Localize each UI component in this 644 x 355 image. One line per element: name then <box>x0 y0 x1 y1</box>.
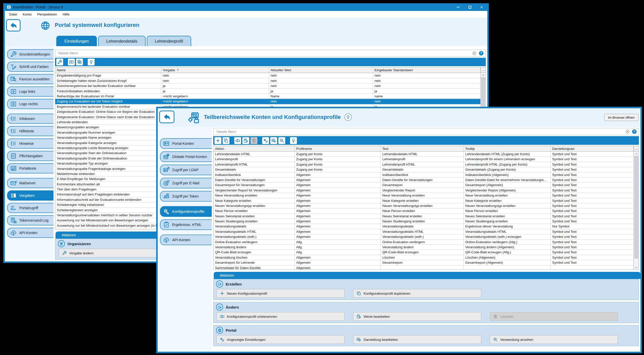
menu-item[interactable]: Konto <box>20 12 34 17</box>
edit-values-action-button[interactable]: Werte bearbeiten <box>353 312 481 321</box>
sidebar-item-portaltexte[interactable]: Portaltexte <box>7 163 53 173</box>
column-header[interactable]: Eingebauter Standardwert <box>373 67 480 73</box>
displayed-settings-button[interactable] <box>262 137 269 144</box>
table-row[interactable]: Neue Person erstellen Allgemein Neue Per… <box>213 208 634 214</box>
open-in-browser-button[interactable]: Im Browser öffnen <box>604 114 638 121</box>
sidebar-item-tokenversand-log[interactable]: Tokenversand-Log <box>7 215 53 225</box>
rename-configprofile-button[interactable]: Konfigurationsprofil umbenennen <box>217 312 345 321</box>
help-icon[interactable]: ? <box>479 51 484 56</box>
back-button[interactable] <box>6 19 21 31</box>
reset-values-button[interactable] <box>76 59 83 65</box>
column-header[interactable]: Aktueller Wert <box>269 67 373 73</box>
tab[interactable]: Einstellungen <box>56 36 97 46</box>
sidebar-item-vorgaben[interactable]: Vorgaben <box>7 190 53 201</box>
help-bulb-button[interactable] <box>88 59 95 65</box>
help-icon[interactable]: ? <box>632 129 637 134</box>
column-header[interactable]: Aktion <box>213 146 295 152</box>
tab[interactable]: Lehrendenprofil <box>147 36 191 46</box>
sidebar-item-api-konten[interactable]: API-Konten <box>160 235 212 245</box>
sidebar-item-logo-rechts[interactable]: Logo rechts <box>7 99 53 109</box>
column-header[interactable]: Tooltip <box>464 146 551 152</box>
vertical-scrollbar[interactable] <box>634 151 639 270</box>
displayed-settings-action-button[interactable]: Angezeigte Einstellungen <box>217 335 345 344</box>
help-bulb-icon[interactable] <box>344 113 352 121</box>
column-header[interactable]: Vorgabe <box>161 67 269 73</box>
actions-tab[interactable]: Aktionen <box>214 272 640 279</box>
table-row[interactable]: Online-Evaluation verlängern Allg. Onlin… <box>213 240 634 245</box>
close-button[interactable] <box>476 3 487 11</box>
sidebar-item-portal-konten[interactable]: Portal-Konten <box>160 138 212 149</box>
titlebar[interactable]: Koordination - Portal - Zensus 8 <box>5 3 487 11</box>
table-row[interactable]: Veranstaltung löschen Allgemein Löschen … <box>213 255 634 260</box>
table-row[interactable]: Neuen Studiengang erstellen Allgemein Ne… <box>213 219 634 224</box>
scroll-up-icon[interactable] <box>634 151 639 156</box>
sidebar-item-hinweise[interactable]: Hinweise <box>7 138 53 149</box>
menu-item[interactable]: Datei <box>6 12 20 17</box>
table-row[interactable]: Neues Sekretariat erstellen Allgemein Ne… <box>213 214 634 219</box>
column-options-button[interactable]: … <box>480 67 486 73</box>
table-row[interactable]: Veranstaltung ändern Allg. Veranstaltung… <box>213 245 634 250</box>
sidebar-item-zugriff-token[interactable]: Zugriff per Token <box>160 191 212 202</box>
sidebar-item-portalzugriff[interactable]: Portalzugriff <box>7 203 53 213</box>
sidebar-item-zugriff-email[interactable]: Zugriff per E-Mail <box>160 178 212 188</box>
column-header[interactable]: Profilname <box>295 146 381 152</box>
sidebar-item-pflichtangaben[interactable]: Pflichtangaben <box>7 151 53 161</box>
duplicate-configprofile-button[interactable]: Konfigurationsprofil duplizieren <box>353 289 481 298</box>
table-row[interactable]: Veranstaltungsdetails Allgemein Veransta… <box>213 224 634 229</box>
table-row[interactable]: Neue Veranstaltung erstellen Allgemein N… <box>213 193 634 198</box>
sidebar-item-api-konten[interactable]: API-Konten <box>7 228 53 238</box>
new-configprofile-button[interactable]: Neues Konfigurationsprofil <box>217 289 345 298</box>
table-row[interactable]: Fortschrittsbalken einblenden ja ja ja <box>55 89 480 94</box>
column-header[interactable]: Text <box>381 146 464 152</box>
table-row[interactable]: Veranstaltungsdetails (wdh.) Allgemein V… <box>213 234 634 239</box>
tab[interactable]: Lehrendendetails <box>98 36 146 46</box>
table-row[interactable]: Gesamtreport für Lehrende Allgemein Gesa… <box>213 260 634 265</box>
maximize-button[interactable] <box>464 3 476 11</box>
column-header[interactable]: Name <box>55 67 161 73</box>
sidebar-item-schrift-und-farben[interactable]: Schrift und Farben <box>7 62 53 72</box>
table-filter-input[interactable] <box>57 51 470 55</box>
sidebar-item-ergebnisse-html[interactable]: Ergebnisse, HTML <box>160 219 212 230</box>
edit-values-button[interactable] <box>242 137 249 144</box>
table-row[interactable]: Reihenfolge der Evaluationen im Portal <… <box>55 94 480 99</box>
sidebar-item-zugriff-ldap[interactable]: Zugriff per LDAP <box>160 165 212 175</box>
sidebar-item-globale-portal-konten[interactable]: Globale Portal-Konten <box>160 151 212 162</box>
table-row[interactable]: Zugang zur Evaluation nur mit Token mögl… <box>55 99 480 104</box>
table-row[interactable]: Gesamtreport für Veranstaltungen Allgeme… <box>213 183 634 188</box>
sidebar-item-favicon[interactable]: Favicon auswählen <box>7 74 53 84</box>
menu-item[interactable]: Hilfe <box>60 12 72 17</box>
table-filter-input[interactable] <box>216 130 623 134</box>
sidebar-item-grundeinstellungen[interactable]: Grundeinstellungen <box>7 49 53 59</box>
help-bulb-button[interactable] <box>290 137 297 144</box>
edit-presentation-action-button[interactable]: Darstellung bearbeiten <box>353 335 481 344</box>
menu-item[interactable]: Perspektiven <box>34 12 60 17</box>
table-row[interactable]: Veranstaltungsdetails HTML Allgemein Ver… <box>213 229 634 234</box>
table-row[interactable]: Zwischenergebnisse bei laufender Evaluat… <box>55 83 480 88</box>
table-row[interactable]: Vergleichender Report für Veranstaltunge… <box>213 188 634 193</box>
sidebar-item-infoboxen[interactable]: Infoboxen <box>7 114 53 124</box>
scrollbar-thumb[interactable] <box>634 156 638 258</box>
sidebar-item-mailserver[interactable]: Mailserver <box>7 178 53 188</box>
edit-presentation-button[interactable] <box>270 137 277 144</box>
view-usage-button[interactable] <box>278 137 285 144</box>
delete-action-button[interactable]: Löschen <box>490 312 618 321</box>
sidebar-item-konfigurationsprofile[interactable]: Konfigurationsprofile <box>160 206 212 217</box>
change-default-button[interactable] <box>56 59 63 65</box>
table-row[interactable]: Gesamtdetails Zugang per Konto Gesamtdet… <box>213 167 634 172</box>
sidebar-item-logo-links[interactable]: Logo links <box>7 86 53 97</box>
delete-button[interactable] <box>251 137 257 144</box>
scroll-down-icon[interactable] <box>634 265 639 270</box>
table-row[interactable]: Daten-Destille für Veranstaltungen Allge… <box>213 178 634 183</box>
duplicate-profile-button[interactable] <box>223 137 229 144</box>
current-value-button[interactable] <box>68 59 75 65</box>
table-row[interactable]: Sammeldatei für Daten-Destille Allgemein <box>213 265 634 270</box>
clear-filter-icon[interactable] <box>472 51 477 56</box>
scroll-up-icon[interactable] <box>481 73 486 77</box>
table-row[interactable]: Lehrendenprofil Zugang per Konto Lehrend… <box>213 157 634 162</box>
column-options-button[interactable]: … <box>634 146 639 151</box>
table-row[interactable]: Neue Kategorie erstellen Allgemein Neue … <box>213 198 634 203</box>
minimize-button[interactable] <box>452 3 464 11</box>
table-row[interactable]: Lehrendenprofil HTML Zugang per Konto Le… <box>213 162 634 167</box>
table-row[interactable]: Neuen Veranstaltungstyp erstellen Allgem… <box>213 203 634 208</box>
table-row[interactable]: Schieberegler haben einen Zurücksetzen-K… <box>55 78 480 83</box>
